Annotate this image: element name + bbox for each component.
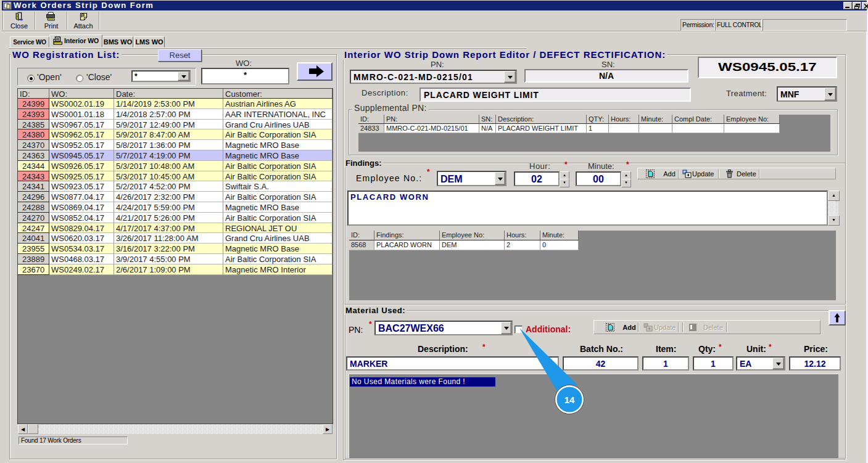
svg-text:14: 14 — [564, 395, 575, 405]
